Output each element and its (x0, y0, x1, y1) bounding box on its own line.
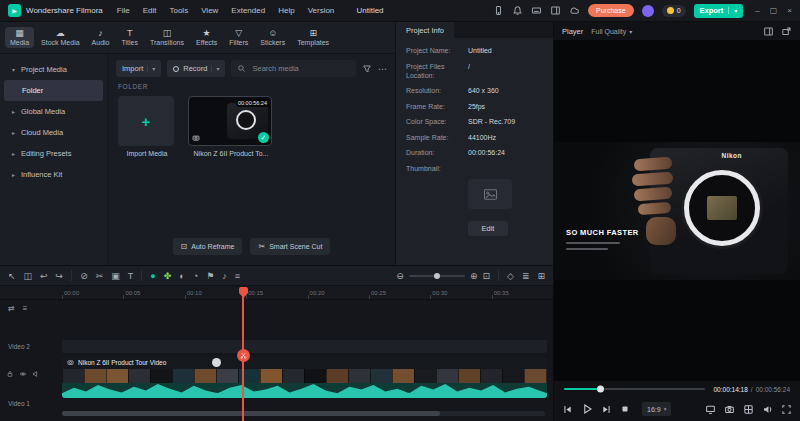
chroma-key-icon[interactable]: ● (150, 271, 155, 281)
menu-help[interactable]: Help (278, 6, 294, 15)
tab-audio[interactable]: ♪Audio (87, 27, 115, 48)
sidebar-item-influence-kit[interactable]: ▸Influence Kit (4, 164, 103, 185)
media-search[interactable] (231, 60, 356, 77)
menu-edit[interactable]: Edit (143, 6, 157, 15)
zoom-in-icon[interactable]: ⊕ (470, 271, 478, 281)
seek-bar[interactable] (564, 388, 705, 391)
record-button[interactable]: Record▾ (167, 60, 225, 77)
text-tool-icon[interactable]: T (128, 271, 134, 281)
panel-layout-icon[interactable] (763, 26, 774, 37)
fullscreen-icon[interactable] (781, 404, 792, 415)
preview-quality-icon[interactable] (705, 404, 716, 415)
cloud-sync-icon[interactable] (569, 5, 580, 16)
quality-dropdown[interactable]: Full Quality▾ (591, 28, 632, 35)
delete-icon[interactable]: ⊘ (80, 271, 88, 281)
redo-icon[interactable]: ↪ (56, 271, 64, 281)
notification-bell-icon[interactable] (512, 5, 523, 16)
track-list-icon[interactable]: ≡ (23, 304, 28, 313)
account-avatar[interactable] (642, 5, 654, 17)
zoom-slider[interactable] (409, 275, 465, 277)
menu-view[interactable]: View (201, 6, 218, 15)
smart-scene-cut-button[interactable]: ✂Smart Scene Cut (250, 238, 330, 255)
snapshot-icon[interactable] (724, 404, 735, 415)
minimize-button[interactable]: – (755, 6, 759, 15)
search-input[interactable] (250, 63, 350, 74)
filter-icon[interactable] (362, 64, 372, 74)
detach-player-icon[interactable] (781, 26, 792, 37)
playhead-cut-button[interactable] (237, 349, 250, 362)
track-manager-icon[interactable]: ⊞ (537, 271, 545, 281)
tab-label: Filters (229, 39, 248, 46)
tab-stock-media[interactable]: ☁Stock Media (36, 27, 85, 48)
phone-mirror-icon[interactable] (493, 5, 504, 16)
sidebar-item-project-media[interactable]: ▾Project Media (4, 59, 103, 80)
maximize-button[interactable]: ▢ (770, 6, 778, 15)
split-screen-icon[interactable] (743, 404, 754, 415)
sidebar-item-folder[interactable]: Folder (4, 80, 103, 101)
coin-balance[interactable]: 0 (662, 5, 686, 17)
split-icon[interactable]: ✂ (96, 271, 104, 281)
sidebar-item-cloud-media[interactable]: ▸Cloud Media (4, 122, 103, 143)
tab-titles[interactable]: TTitles (117, 27, 143, 48)
previous-frame-button[interactable] (562, 404, 573, 415)
mask-icon[interactable]: ◐ (179, 271, 184, 281)
ai-tool-icon[interactable]: ✤ (164, 271, 172, 281)
timeline-clip[interactable]: Nikon Z 6II Product Tour Video (62, 356, 547, 398)
mute-icon[interactable] (32, 370, 40, 378)
export-button[interactable]: Export▾ (694, 4, 744, 18)
track-lane-video2[interactable] (62, 340, 547, 353)
lock-icon[interactable] (6, 370, 14, 378)
tab-stickers[interactable]: ☺Stickers (255, 27, 290, 48)
stop-button[interactable] (620, 404, 630, 414)
marker-icon[interactable]: ⚑ (206, 271, 214, 281)
menu-file[interactable]: File (117, 6, 130, 15)
seek-handle[interactable] (597, 386, 604, 393)
timeline-scrollbar[interactable] (62, 411, 545, 416)
media-clip-thumbnail[interactable]: 00:00:56:24 ✓ (188, 96, 272, 146)
chevron-right-icon: ▸ (12, 171, 21, 178)
crop-icon[interactable]: ▣ (111, 271, 120, 281)
audio-mixer-icon[interactable]: ≡ (235, 271, 240, 281)
tab-templates[interactable]: ⊞Templates (292, 27, 334, 48)
zoom-out-icon[interactable]: ⊖ (396, 271, 404, 281)
import-button[interactable]: Import▾ (116, 60, 161, 77)
layout-icon[interactable] (550, 5, 561, 16)
sidebar-item-editing-presets[interactable]: ▸Editing Presets (4, 143, 103, 164)
tab-transitions[interactable]: ◫Transitions (145, 27, 189, 48)
tab-filters[interactable]: ▽Filters (224, 27, 253, 48)
next-frame-button[interactable] (601, 404, 612, 415)
export-dropdown-caret[interactable]: ▾ (728, 7, 737, 14)
keyboard-shortcuts-icon[interactable] (531, 5, 542, 16)
magnetic-tool-icon[interactable]: ◫ (24, 271, 33, 281)
render-preview-icon[interactable]: ≣ (522, 271, 530, 281)
eye-icon[interactable] (19, 370, 27, 378)
play-button[interactable] (581, 403, 593, 415)
select-tool-icon[interactable]: ↖ (8, 271, 16, 281)
aspect-ratio-dropdown[interactable]: 16:9▾ (642, 402, 671, 416)
edit-button[interactable]: Edit (468, 221, 508, 236)
import-media-tile[interactable]: + (118, 96, 174, 146)
sidebar-item-global-media[interactable]: ▸Global Media (4, 101, 103, 122)
timeline-ruler[interactable]: 00:00 00:05 00:10 00:15 00:20 00:25 00:3… (0, 286, 553, 300)
auto-reframe-button[interactable]: ⊡Auto Reframe (173, 238, 243, 255)
close-button[interactable]: × (787, 6, 792, 15)
scrollbar-handle[interactable] (62, 411, 440, 416)
zoom-slider-handle[interactable] (434, 273, 440, 279)
tab-effects[interactable]: ★Effects (191, 27, 222, 48)
voiceover-icon[interactable]: ♪ (222, 271, 227, 281)
more-options-icon[interactable]: ⋯ (378, 64, 387, 74)
undo-icon[interactable]: ↩ (40, 271, 48, 281)
tab-project-info[interactable]: Project Info (396, 22, 454, 38)
menu-extended[interactable]: Extended (231, 6, 265, 15)
keyframe-icon[interactable]: ◇ (507, 271, 514, 281)
volume-icon[interactable] (762, 404, 773, 415)
speed-icon[interactable]: ◔ (193, 271, 198, 281)
tab-media[interactable]: ▦Media (5, 27, 34, 48)
clip-effect-badge[interactable] (212, 358, 221, 367)
import-dropdown-caret[interactable]: ▾ (147, 65, 155, 72)
fit-timeline-icon[interactable]: ⊡ (482, 271, 490, 281)
purchase-button[interactable]: Purchase (588, 4, 634, 17)
menu-tools[interactable]: Tools (169, 6, 188, 15)
link-clips-icon[interactable]: ⇄ (8, 304, 15, 313)
record-dropdown-caret[interactable]: ▾ (211, 65, 219, 72)
